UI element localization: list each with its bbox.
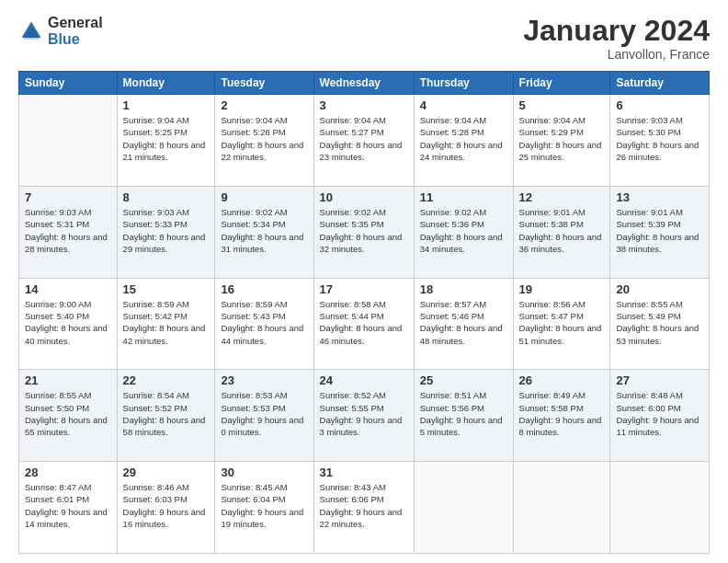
- table-row: 28Sunrise: 8:47 AMSunset: 6:01 PMDayligh…: [19, 462, 118, 554]
- table-row: 31Sunrise: 8:43 AMSunset: 6:06 PMDayligh…: [313, 462, 414, 554]
- day-number: 20: [616, 282, 703, 296]
- day-number: 10: [320, 190, 408, 204]
- day-info: Sunrise: 8:43 AMSunset: 6:06 PMDaylight:…: [320, 481, 408, 530]
- col-wednesday: Wednesday: [313, 72, 414, 95]
- day-number: 29: [123, 465, 210, 479]
- day-info: Sunrise: 9:03 AMSunset: 5:30 PMDaylight:…: [616, 114, 703, 163]
- table-row: 5Sunrise: 9:04 AMSunset: 5:29 PMDaylight…: [513, 95, 610, 187]
- day-number: 8: [123, 190, 210, 204]
- table-row: 25Sunrise: 8:51 AMSunset: 5:56 PMDayligh…: [414, 370, 513, 462]
- page: General Blue January 2024 Lanvollon, Fra…: [0, 0, 728, 563]
- day-info: Sunrise: 8:47 AMSunset: 6:01 PMDaylight:…: [25, 481, 111, 530]
- table-row: 17Sunrise: 8:58 AMSunset: 5:44 PMDayligh…: [313, 278, 414, 370]
- day-info: Sunrise: 9:00 AMSunset: 5:40 PMDaylight:…: [25, 298, 111, 347]
- location: Lanvollon, France: [523, 47, 710, 62]
- day-info: Sunrise: 8:46 AMSunset: 6:03 PMDaylight:…: [123, 481, 210, 530]
- calendar-row: 28Sunrise: 8:47 AMSunset: 6:01 PMDayligh…: [19, 462, 710, 554]
- table-row: [414, 462, 513, 554]
- day-info: Sunrise: 9:03 AMSunset: 5:31 PMDaylight:…: [25, 206, 111, 255]
- day-info: Sunrise: 8:49 AMSunset: 5:58 PMDaylight:…: [519, 389, 605, 438]
- table-row: 21Sunrise: 8:55 AMSunset: 5:50 PMDayligh…: [19, 370, 118, 462]
- day-info: Sunrise: 8:51 AMSunset: 5:56 PMDaylight:…: [420, 389, 507, 438]
- col-sunday: Sunday: [19, 72, 118, 95]
- col-friday: Friday: [513, 72, 610, 95]
- header-row: Sunday Monday Tuesday Wednesday Thursday…: [19, 72, 710, 95]
- table-row: 12Sunrise: 9:01 AMSunset: 5:38 PMDayligh…: [513, 186, 610, 278]
- day-number: 11: [420, 190, 507, 204]
- logo-general-text: General: [48, 15, 103, 31]
- day-number: 21: [25, 373, 111, 387]
- table-row: 18Sunrise: 8:57 AMSunset: 5:46 PMDayligh…: [414, 278, 513, 370]
- col-saturday: Saturday: [610, 72, 710, 95]
- table-row: 29Sunrise: 8:46 AMSunset: 6:03 PMDayligh…: [117, 462, 215, 554]
- table-row: 3Sunrise: 9:04 AMSunset: 5:27 PMDaylight…: [313, 95, 414, 187]
- day-info: Sunrise: 9:04 AMSunset: 5:28 PMDaylight:…: [420, 114, 507, 163]
- col-tuesday: Tuesday: [215, 72, 313, 95]
- day-info: Sunrise: 9:01 AMSunset: 5:39 PMDaylight:…: [616, 206, 703, 255]
- day-number: 4: [420, 98, 507, 112]
- table-row: 1Sunrise: 9:04 AMSunset: 5:25 PMDaylight…: [117, 95, 215, 187]
- day-info: Sunrise: 9:04 AMSunset: 5:26 PMDaylight:…: [221, 114, 307, 163]
- day-info: Sunrise: 9:04 AMSunset: 5:29 PMDaylight:…: [519, 114, 605, 163]
- day-info: Sunrise: 8:52 AMSunset: 5:55 PMDaylight:…: [320, 389, 408, 438]
- day-info: Sunrise: 8:54 AMSunset: 5:52 PMDaylight:…: [123, 389, 210, 438]
- table-row: 26Sunrise: 8:49 AMSunset: 5:58 PMDayligh…: [513, 370, 610, 462]
- day-number: 3: [320, 98, 408, 112]
- day-info: Sunrise: 9:02 AMSunset: 5:35 PMDaylight:…: [320, 206, 408, 255]
- logo-icon: [18, 18, 44, 44]
- day-info: Sunrise: 8:45 AMSunset: 6:04 PMDaylight:…: [221, 481, 307, 530]
- table-row: 16Sunrise: 8:59 AMSunset: 5:43 PMDayligh…: [215, 278, 313, 370]
- table-row: 23Sunrise: 8:53 AMSunset: 5:53 PMDayligh…: [215, 370, 313, 462]
- day-number: 22: [123, 373, 210, 387]
- day-number: 12: [519, 190, 605, 204]
- logo-blue-text: Blue: [48, 31, 103, 48]
- day-info: Sunrise: 8:58 AMSunset: 5:44 PMDaylight:…: [320, 298, 408, 347]
- month-title: January 2024: [523, 15, 710, 47]
- day-number: 9: [221, 190, 307, 204]
- day-number: 19: [519, 282, 605, 296]
- logo-text: General Blue: [48, 15, 103, 47]
- day-info: Sunrise: 9:02 AMSunset: 5:34 PMDaylight:…: [221, 206, 307, 255]
- calendar-row: 14Sunrise: 9:00 AMSunset: 5:40 PMDayligh…: [19, 278, 710, 370]
- day-number: 23: [221, 373, 307, 387]
- table-row: 14Sunrise: 9:00 AMSunset: 5:40 PMDayligh…: [19, 278, 118, 370]
- table-row: 19Sunrise: 8:56 AMSunset: 5:47 PMDayligh…: [513, 278, 610, 370]
- table-row: 13Sunrise: 9:01 AMSunset: 5:39 PMDayligh…: [610, 186, 710, 278]
- table-row: 7Sunrise: 9:03 AMSunset: 5:31 PMDaylight…: [19, 186, 118, 278]
- calendar-row: 1Sunrise: 9:04 AMSunset: 5:25 PMDaylight…: [19, 95, 710, 187]
- day-info: Sunrise: 8:48 AMSunset: 6:00 PMDaylight:…: [616, 389, 703, 438]
- header: General Blue January 2024 Lanvollon, Fra…: [18, 15, 710, 62]
- day-number: 7: [25, 190, 111, 204]
- day-info: Sunrise: 8:59 AMSunset: 5:42 PMDaylight:…: [123, 298, 210, 347]
- day-number: 25: [420, 373, 507, 387]
- day-number: 18: [420, 282, 507, 296]
- day-number: 6: [616, 98, 703, 112]
- day-info: Sunrise: 9:04 AMSunset: 5:27 PMDaylight:…: [320, 114, 408, 163]
- table-row: 20Sunrise: 8:55 AMSunset: 5:49 PMDayligh…: [610, 278, 710, 370]
- col-thursday: Thursday: [414, 72, 513, 95]
- table-row: 24Sunrise: 8:52 AMSunset: 5:55 PMDayligh…: [313, 370, 414, 462]
- table-row: 9Sunrise: 9:02 AMSunset: 5:34 PMDaylight…: [215, 186, 313, 278]
- table-row: [513, 462, 610, 554]
- day-info: Sunrise: 8:59 AMSunset: 5:43 PMDaylight:…: [221, 298, 307, 347]
- table-row: [19, 95, 118, 187]
- day-number: 17: [320, 282, 408, 296]
- day-info: Sunrise: 9:02 AMSunset: 5:36 PMDaylight:…: [420, 206, 507, 255]
- day-number: 24: [320, 373, 408, 387]
- table-row: 11Sunrise: 9:02 AMSunset: 5:36 PMDayligh…: [414, 186, 513, 278]
- day-number: 28: [25, 465, 111, 479]
- table-row: 30Sunrise: 8:45 AMSunset: 6:04 PMDayligh…: [215, 462, 313, 554]
- table-row: 4Sunrise: 9:04 AMSunset: 5:28 PMDaylight…: [414, 95, 513, 187]
- day-number: 1: [123, 98, 210, 112]
- table-row: 27Sunrise: 8:48 AMSunset: 6:00 PMDayligh…: [610, 370, 710, 462]
- title-block: January 2024 Lanvollon, France: [523, 15, 710, 62]
- day-number: 15: [123, 282, 210, 296]
- day-number: 13: [616, 190, 703, 204]
- table-row: 22Sunrise: 8:54 AMSunset: 5:52 PMDayligh…: [117, 370, 215, 462]
- calendar-table: Sunday Monday Tuesday Wednesday Thursday…: [18, 71, 710, 554]
- day-number: 2: [221, 98, 307, 112]
- col-monday: Monday: [117, 72, 215, 95]
- day-number: 14: [25, 282, 111, 296]
- day-number: 27: [616, 373, 703, 387]
- day-info: Sunrise: 9:03 AMSunset: 5:33 PMDaylight:…: [123, 206, 210, 255]
